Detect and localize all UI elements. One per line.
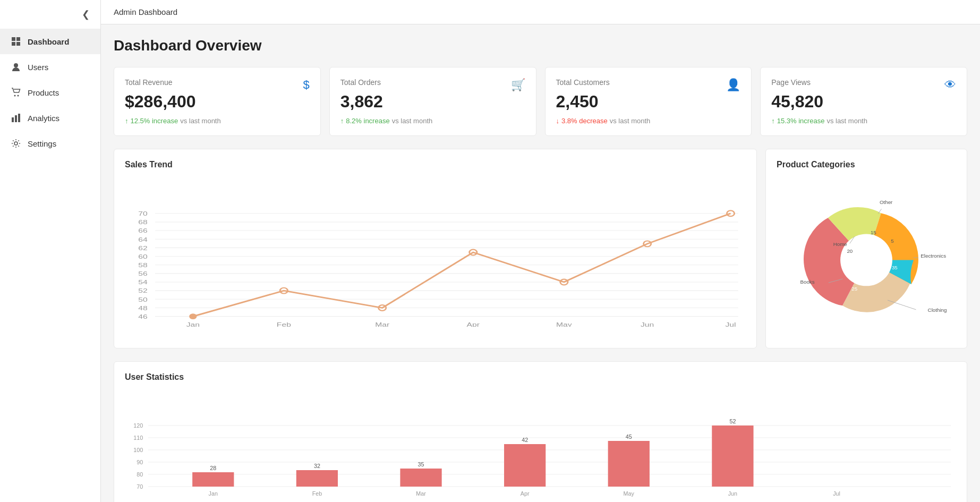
svg-text:Jan: Jan xyxy=(209,490,218,497)
user-statistics-title: User Statistics xyxy=(125,372,956,382)
sidebar-item-analytics-label: Analytics xyxy=(28,114,59,123)
stat-card-revenue-title: Total Revenue xyxy=(125,78,310,87)
stat-card-orders-title: Total Orders xyxy=(340,78,525,87)
gear-icon xyxy=(11,138,21,149)
svg-text:52: 52 xyxy=(138,287,148,294)
svg-rect-84 xyxy=(712,426,753,487)
sidebar-item-dashboard[interactable]: Dashboard xyxy=(0,29,100,54)
stat-card-pageviews-change: ↑ 15.3% increase vs last month xyxy=(771,117,956,125)
svg-text:62: 62 xyxy=(138,244,148,252)
orders-change-text: 8.2% increase xyxy=(346,117,389,125)
sidebar-item-users[interactable]: Users xyxy=(0,54,100,80)
pageviews-vs: vs last month xyxy=(826,117,867,125)
stat-card-orders: Total Orders 🛒 3,862 ↑ 8.2% increase vs … xyxy=(329,67,536,136)
stat-card-pageviews-title: Page Views xyxy=(771,78,956,87)
svg-text:Jul: Jul xyxy=(833,490,840,497)
user-stats-svg: 70 80 90 100 110 120 xyxy=(125,390,956,497)
svg-text:Jun: Jun xyxy=(641,321,654,327)
sidebar-toggle[interactable]: ❮ xyxy=(0,0,100,29)
user-statistics-card: User Statistics 70 80 90 100 110 xyxy=(114,361,967,502)
sales-trend-svg: 46 48 50 52 54 56 58 xyxy=(125,178,746,327)
sidebar: ❮ Dashboard Users Products Analytics Set… xyxy=(0,0,101,502)
svg-text:32: 32 xyxy=(314,463,320,469)
donut-svg: Electronics Clothing Books Home Other xyxy=(777,178,956,337)
sidebar-item-products-label: Products xyxy=(28,88,59,97)
svg-text:120: 120 xyxy=(133,422,143,429)
pageviews-change-text: 15.3% increase xyxy=(777,117,825,125)
svg-text:68: 68 xyxy=(138,218,148,226)
eye-icon: 👁 xyxy=(944,78,956,92)
pageviews-change-arrow: ↑ xyxy=(771,117,775,125)
stat-card-pageviews-value: 45,820 xyxy=(771,92,956,112)
svg-rect-7 xyxy=(12,117,14,122)
svg-text:110: 110 xyxy=(133,435,143,441)
stat-card-customers: Total Customers 👤 2,450 ↓ 3.8% decrease … xyxy=(545,67,752,136)
svg-text:42: 42 xyxy=(522,437,528,443)
svg-text:Apr: Apr xyxy=(467,321,480,327)
sidebar-item-products[interactable]: Products xyxy=(0,80,100,105)
page-title: Dashboard Overview xyxy=(114,37,967,54)
stat-cards: Total Revenue $ $286,400 ↑ 12.5% increas… xyxy=(114,67,967,136)
svg-point-4 xyxy=(14,63,18,67)
topbar-title: Admin Dashboard xyxy=(114,7,177,16)
svg-text:64: 64 xyxy=(138,235,148,243)
svg-rect-3 xyxy=(16,42,20,46)
svg-text:56: 56 xyxy=(138,270,148,277)
cart-stat-icon: 🛒 xyxy=(511,78,525,92)
svg-text:45: 45 xyxy=(626,433,632,440)
customers-change-arrow: ↓ xyxy=(556,117,560,125)
svg-rect-1 xyxy=(16,37,20,41)
stat-card-customers-value: 2,450 xyxy=(556,92,741,112)
svg-text:100: 100 xyxy=(133,447,143,453)
svg-rect-2 xyxy=(12,42,15,46)
svg-text:Apr: Apr xyxy=(521,490,530,497)
orders-change-arrow: ↑ xyxy=(340,117,344,125)
stat-card-orders-change: ↑ 8.2% increase vs last month xyxy=(340,117,525,125)
svg-rect-83 xyxy=(608,441,650,487)
stat-card-pageviews: Page Views 👁 45,820 ↑ 15.3% increase vs … xyxy=(760,67,967,136)
svg-point-6 xyxy=(18,95,19,97)
sidebar-item-dashboard-label: Dashboard xyxy=(28,37,69,46)
content-area: Dashboard Overview Total Revenue $ $286,… xyxy=(101,24,980,502)
svg-text:66: 66 xyxy=(138,227,148,234)
svg-text:Jun: Jun xyxy=(728,490,737,497)
stat-card-revenue-change: ↑ 12.5% increase vs last month xyxy=(125,117,310,125)
svg-text:25: 25 xyxy=(851,286,857,292)
svg-text:46: 46 xyxy=(138,313,148,320)
svg-text:May: May xyxy=(624,490,635,497)
sidebar-item-settings[interactable]: Settings xyxy=(0,131,100,156)
svg-text:Feb: Feb xyxy=(312,490,322,497)
svg-text:35: 35 xyxy=(892,265,898,270)
top-bar: Admin Dashboard xyxy=(101,0,980,24)
sales-trend-card: Sales Trend 46 48 50 52 xyxy=(114,149,757,348)
sidebar-item-analytics[interactable]: Analytics xyxy=(0,105,100,131)
svg-text:60: 60 xyxy=(138,253,148,260)
svg-text:5: 5 xyxy=(891,238,894,244)
svg-rect-82 xyxy=(504,444,546,487)
svg-text:15: 15 xyxy=(871,229,876,235)
svg-text:Books: Books xyxy=(800,279,814,285)
svg-text:90: 90 xyxy=(137,459,143,465)
revenue-change-text: 12.5% increase xyxy=(131,117,178,125)
main-area: Admin Dashboard Dashboard Overview Total… xyxy=(101,0,980,502)
svg-text:Electronics: Electronics xyxy=(921,253,946,259)
person-stat-icon: 👤 xyxy=(726,78,740,92)
sales-trend-chart: 46 48 50 52 54 56 58 xyxy=(125,178,746,327)
svg-text:70: 70 xyxy=(137,483,143,490)
stat-card-revenue-value: $286,400 xyxy=(125,92,310,112)
svg-text:Other: Other xyxy=(880,199,893,205)
svg-text:48: 48 xyxy=(138,304,148,312)
svg-text:80: 80 xyxy=(137,471,143,478)
sidebar-item-users-label: Users xyxy=(28,63,48,72)
svg-point-10 xyxy=(14,142,18,145)
svg-rect-8 xyxy=(15,115,17,122)
svg-text:Mar: Mar xyxy=(375,321,389,327)
svg-text:Clothing: Clothing xyxy=(928,307,947,313)
svg-rect-81 xyxy=(400,469,441,487)
svg-point-44 xyxy=(189,313,197,319)
svg-text:Home: Home xyxy=(833,241,847,247)
svg-rect-0 xyxy=(12,37,15,41)
cart-icon xyxy=(11,87,21,98)
revenue-change-arrow: ↑ xyxy=(125,117,129,125)
sidebar-item-settings-label: Settings xyxy=(28,139,56,148)
